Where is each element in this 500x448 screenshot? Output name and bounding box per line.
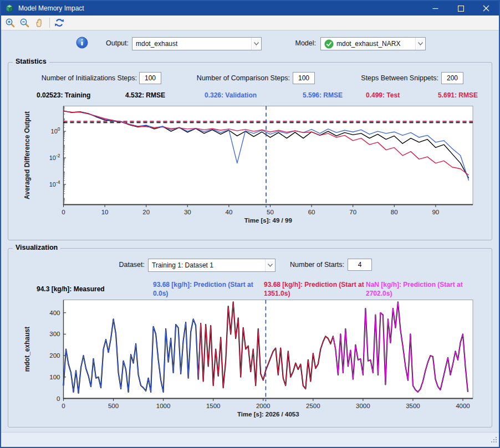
svg-text:0: 0 xyxy=(62,209,65,215)
svg-text:4000: 4000 xyxy=(456,403,470,409)
svg-text:Time [s]: 49 / 99: Time [s]: 49 / 99 xyxy=(244,217,292,224)
svg-text:2000: 2000 xyxy=(256,403,271,409)
svg-text:2500: 2500 xyxy=(306,403,320,409)
init-steps-label: Number of Initializations Steps: xyxy=(14,74,137,82)
validation-rmse-label: 5.596: RMSE xyxy=(303,91,343,99)
comparison-steps-input[interactable] xyxy=(293,72,315,84)
chevron-down-icon xyxy=(251,38,261,50)
app-cube-icon xyxy=(5,4,14,13)
svg-text:30: 30 xyxy=(184,209,191,215)
model-combobox-value: mdot_exhaust_NARX xyxy=(336,40,415,48)
zoom-out-icon xyxy=(19,18,29,28)
minimize-icon xyxy=(432,6,438,12)
svg-text:Averaged Difference Output: Averaged Difference Output xyxy=(23,111,31,199)
content-area: Output: mdot_exhaust Model: mdot_exhaust… xyxy=(1,30,499,432)
validation-value-label: 0.326: Validation xyxy=(205,91,257,99)
training-rmse-label: 4.532: RMSE xyxy=(125,91,165,99)
titlebar: Model Memory Impact xyxy=(1,1,499,16)
svg-text:20: 20 xyxy=(142,209,150,215)
model-combobox[interactable]: mdot_exhaust_NARX xyxy=(320,37,426,50)
svg-text:70: 70 xyxy=(349,209,356,215)
statistics-panel: Statistics Number of Initializations Ste… xyxy=(8,62,492,240)
refresh-icon xyxy=(54,18,64,28)
visualization-chart[interactable]: 0100200300400050010001500200025003000350… xyxy=(8,300,492,425)
toolbar xyxy=(1,16,499,30)
resize-grip-icon[interactable] xyxy=(491,435,497,445)
svg-text:10: 10 xyxy=(101,209,109,215)
svg-text:10-2: 10-2 xyxy=(49,153,60,161)
svg-text:80: 80 xyxy=(391,209,398,215)
starts-input[interactable] xyxy=(348,259,372,271)
maximize-button[interactable] xyxy=(448,1,473,16)
comparison-steps-label: Number of Comparison Steps: xyxy=(175,74,290,82)
visualization-panel-title: Visualization xyxy=(13,244,60,251)
maximize-icon xyxy=(458,6,464,12)
test-rmse-label: 5.691: RMSE xyxy=(438,91,478,99)
svg-text:60: 60 xyxy=(308,209,315,215)
green-check-icon xyxy=(324,39,334,49)
svg-text:100: 100 xyxy=(49,374,60,380)
output-combobox-value: mdot_exhaust xyxy=(136,40,251,48)
status-bar xyxy=(1,432,499,447)
measured-legend: 94.3 [kg/h]: Measured xyxy=(37,285,142,294)
prediction1-legend: 93.68 [kg/h]: Prediction (Start at 0.0s) xyxy=(153,281,258,298)
dataset-combobox-value: Training 1: Dataset 1 xyxy=(152,261,265,269)
output-label: Output: xyxy=(79,39,129,47)
dataset-combobox[interactable]: Training 1: Dataset 1 xyxy=(148,259,275,272)
app-window: Model Memory Impact xyxy=(0,0,500,448)
starts-label: Number of Starts: xyxy=(263,261,344,269)
svg-text:90: 90 xyxy=(432,209,439,215)
svg-text:0: 0 xyxy=(57,395,60,402)
close-icon xyxy=(483,5,489,12)
prediction2-legend: 93.68 [kg/h]: Prediction (Start at 1351.… xyxy=(264,281,369,298)
svg-text:300: 300 xyxy=(49,331,60,337)
svg-text:500: 500 xyxy=(108,403,119,409)
close-button[interactable] xyxy=(473,1,499,16)
svg-text:Time [s]: 2026 / 4053: Time [s]: 2026 / 4053 xyxy=(237,411,299,418)
pan-icon xyxy=(34,18,44,28)
svg-text:50: 50 xyxy=(267,209,274,215)
svg-text:3000: 3000 xyxy=(356,403,370,409)
svg-text:0: 0 xyxy=(62,403,65,409)
init-steps-input[interactable] xyxy=(139,72,161,84)
prediction3-legend: NaN [kg/h]: Prediction (Start at 2702.0s… xyxy=(366,281,471,298)
training-value-label: 0.02523: Training xyxy=(37,91,90,99)
snippet-steps-label: Steps Between Snippets: xyxy=(341,74,438,82)
dataset-label: Dataset: xyxy=(64,261,145,269)
zoom-out-button[interactable] xyxy=(18,17,31,29)
chevron-down-icon xyxy=(415,38,425,50)
svg-text:1500: 1500 xyxy=(206,403,221,409)
statistics-chart[interactable]: 10010-210-40102030405060708090Time [s]: … xyxy=(8,106,492,238)
window-title: Model Memory Impact xyxy=(18,4,422,12)
svg-text:40: 40 xyxy=(225,209,232,215)
svg-text:3500: 3500 xyxy=(406,403,420,409)
test-value-label: 0.499: Test xyxy=(366,91,400,99)
pan-button[interactable] xyxy=(32,17,45,29)
svg-text:400: 400 xyxy=(49,310,60,316)
model-label: Model: xyxy=(274,39,316,47)
refresh-button[interactable] xyxy=(53,17,66,29)
svg-text:200: 200 xyxy=(49,352,60,359)
svg-text:mdot_exhaust: mdot_exhaust xyxy=(23,327,31,372)
zoom-in-icon xyxy=(5,18,15,28)
svg-text:10-4: 10-4 xyxy=(49,179,60,188)
visualization-panel: Visualization Dataset: Training 1: Datas… xyxy=(8,248,492,428)
toolbar-separator xyxy=(49,18,50,28)
statistics-panel-title: Statistics xyxy=(13,58,49,65)
snippet-steps-input[interactable] xyxy=(441,72,463,84)
output-combobox[interactable]: mdot_exhaust xyxy=(132,37,262,50)
zoom-in-button[interactable] xyxy=(3,17,17,29)
svg-text:100: 100 xyxy=(51,126,60,135)
svg-text:1000: 1000 xyxy=(156,403,171,409)
minimize-button[interactable] xyxy=(422,1,448,16)
